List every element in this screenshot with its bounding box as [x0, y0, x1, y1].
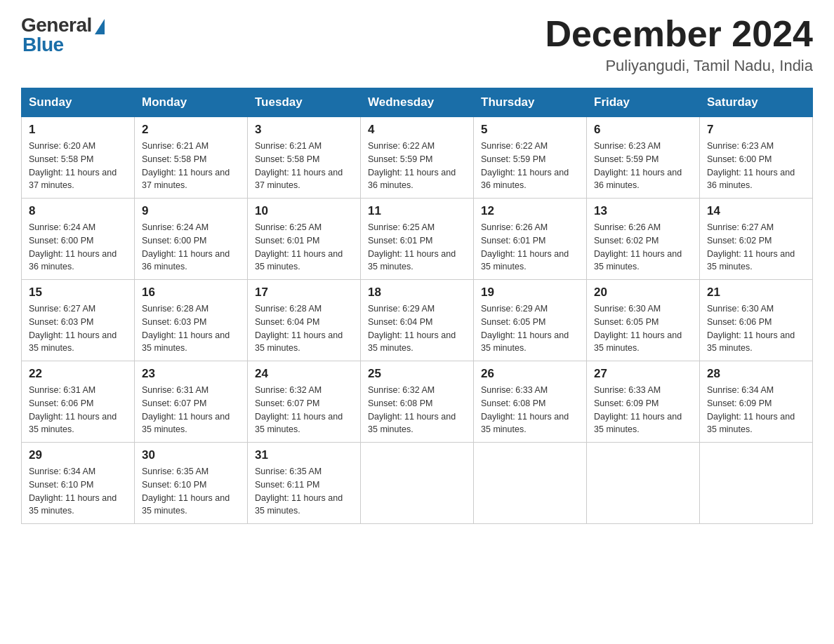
day-number: 10 [255, 204, 353, 218]
calendar-cell [361, 443, 474, 524]
calendar-week-3: 15 Sunrise: 6:27 AM Sunset: 6:03 PM Dayl… [22, 280, 813, 361]
calendar-cell: 21 Sunrise: 6:30 AM Sunset: 6:06 PM Dayl… [700, 280, 813, 361]
calendar-cell: 25 Sunrise: 6:32 AM Sunset: 6:08 PM Dayl… [361, 361, 474, 443]
day-info: Sunrise: 6:32 AM Sunset: 6:08 PM Dayligh… [368, 384, 466, 436]
day-number: 15 [29, 286, 127, 300]
calendar-week-2: 8 Sunrise: 6:24 AM Sunset: 6:00 PM Dayli… [22, 199, 813, 280]
weekday-header-friday: Friday [587, 88, 700, 117]
calendar-cell [587, 443, 700, 524]
day-number: 1 [29, 123, 127, 137]
weekday-header-monday: Monday [135, 88, 248, 117]
day-number: 5 [481, 123, 579, 137]
calendar-cell: 30 Sunrise: 6:35 AM Sunset: 6:10 PM Dayl… [135, 443, 248, 524]
day-info: Sunrise: 6:27 AM Sunset: 6:03 PM Dayligh… [29, 302, 127, 355]
calendar-week-4: 22 Sunrise: 6:31 AM Sunset: 6:06 PM Dayl… [22, 361, 813, 443]
day-info: Sunrise: 6:35 AM Sunset: 6:10 PM Dayligh… [142, 465, 240, 518]
calendar-cell: 15 Sunrise: 6:27 AM Sunset: 6:03 PM Dayl… [22, 280, 135, 361]
calendar-cell: 24 Sunrise: 6:32 AM Sunset: 6:07 PM Dayl… [248, 361, 361, 443]
day-info: Sunrise: 6:23 AM Sunset: 6:00 PM Dayligh… [707, 140, 805, 192]
day-number: 24 [255, 367, 353, 381]
weekday-header-thursday: Thursday [474, 88, 587, 117]
day-info: Sunrise: 6:30 AM Sunset: 6:06 PM Dayligh… [707, 302, 805, 355]
calendar-cell: 9 Sunrise: 6:24 AM Sunset: 6:00 PM Dayli… [135, 199, 248, 280]
day-number: 3 [255, 123, 353, 137]
day-info: Sunrise: 6:20 AM Sunset: 5:58 PM Dayligh… [29, 140, 127, 192]
calendar-cell: 22 Sunrise: 6:31 AM Sunset: 6:06 PM Dayl… [22, 361, 135, 443]
calendar-cell: 26 Sunrise: 6:33 AM Sunset: 6:08 PM Dayl… [474, 361, 587, 443]
calendar-cell: 29 Sunrise: 6:34 AM Sunset: 6:10 PM Dayl… [22, 443, 135, 524]
calendar-cell: 16 Sunrise: 6:28 AM Sunset: 6:03 PM Dayl… [135, 280, 248, 361]
day-number: 21 [707, 286, 805, 300]
location: Puliyangudi, Tamil Nadu, India [545, 57, 813, 75]
day-info: Sunrise: 6:33 AM Sunset: 6:08 PM Dayligh… [481, 384, 579, 436]
day-number: 29 [29, 448, 127, 462]
calendar-cell: 4 Sunrise: 6:22 AM Sunset: 5:59 PM Dayli… [361, 117, 474, 199]
day-info: Sunrise: 6:26 AM Sunset: 6:01 PM Dayligh… [481, 221, 579, 274]
calendar-cell: 1 Sunrise: 6:20 AM Sunset: 5:58 PM Dayli… [22, 117, 135, 199]
logo-triangle-icon [95, 19, 105, 34]
day-info: Sunrise: 6:33 AM Sunset: 6:09 PM Dayligh… [594, 384, 692, 436]
calendar-cell: 18 Sunrise: 6:29 AM Sunset: 6:04 PM Dayl… [361, 280, 474, 361]
calendar-cell [700, 443, 813, 524]
weekday-header-wednesday: Wednesday [361, 88, 474, 117]
day-number: 8 [29, 204, 127, 218]
day-number: 12 [481, 204, 579, 218]
day-info: Sunrise: 6:21 AM Sunset: 5:58 PM Dayligh… [142, 140, 240, 192]
day-info: Sunrise: 6:22 AM Sunset: 5:59 PM Dayligh… [368, 140, 466, 192]
day-number: 19 [481, 286, 579, 300]
calendar-cell: 23 Sunrise: 6:31 AM Sunset: 6:07 PM Dayl… [135, 361, 248, 443]
day-info: Sunrise: 6:28 AM Sunset: 6:03 PM Dayligh… [142, 302, 240, 355]
day-info: Sunrise: 6:24 AM Sunset: 6:00 PM Dayligh… [142, 221, 240, 274]
day-info: Sunrise: 6:35 AM Sunset: 6:11 PM Dayligh… [255, 465, 353, 518]
day-info: Sunrise: 6:22 AM Sunset: 5:59 PM Dayligh… [481, 140, 579, 192]
day-info: Sunrise: 6:25 AM Sunset: 6:01 PM Dayligh… [368, 221, 466, 274]
day-info: Sunrise: 6:34 AM Sunset: 6:09 PM Dayligh… [707, 384, 805, 436]
calendar-cell: 28 Sunrise: 6:34 AM Sunset: 6:09 PM Dayl… [700, 361, 813, 443]
day-number: 4 [368, 123, 466, 137]
day-info: Sunrise: 6:23 AM Sunset: 5:59 PM Dayligh… [594, 140, 692, 192]
calendar-cell: 27 Sunrise: 6:33 AM Sunset: 6:09 PM Dayl… [587, 361, 700, 443]
logo-blue-text: Blue [21, 34, 64, 56]
logo: General Blue [21, 14, 105, 56]
month-title: December 2024 [545, 14, 813, 54]
day-number: 2 [142, 123, 240, 137]
day-info: Sunrise: 6:34 AM Sunset: 6:10 PM Dayligh… [29, 465, 127, 518]
day-info: Sunrise: 6:31 AM Sunset: 6:07 PM Dayligh… [142, 384, 240, 436]
calendar-table: SundayMondayTuesdayWednesdayThursdayFrid… [21, 88, 813, 524]
calendar-cell: 12 Sunrise: 6:26 AM Sunset: 6:01 PM Dayl… [474, 199, 587, 280]
day-number: 13 [594, 204, 692, 218]
day-info: Sunrise: 6:26 AM Sunset: 6:02 PM Dayligh… [594, 221, 692, 274]
day-number: 25 [368, 367, 466, 381]
calendar-cell: 8 Sunrise: 6:24 AM Sunset: 6:00 PM Dayli… [22, 199, 135, 280]
calendar-cell: 11 Sunrise: 6:25 AM Sunset: 6:01 PM Dayl… [361, 199, 474, 280]
day-info: Sunrise: 6:30 AM Sunset: 6:05 PM Dayligh… [594, 302, 692, 355]
day-info: Sunrise: 6:28 AM Sunset: 6:04 PM Dayligh… [255, 302, 353, 355]
day-number: 7 [707, 123, 805, 137]
day-number: 16 [142, 286, 240, 300]
day-info: Sunrise: 6:29 AM Sunset: 6:05 PM Dayligh… [481, 302, 579, 355]
calendar-cell: 19 Sunrise: 6:29 AM Sunset: 6:05 PM Dayl… [474, 280, 587, 361]
calendar-cell: 3 Sunrise: 6:21 AM Sunset: 5:58 PM Dayli… [248, 117, 361, 199]
weekday-header-saturday: Saturday [700, 88, 813, 117]
day-number: 20 [594, 286, 692, 300]
day-number: 27 [594, 367, 692, 381]
day-number: 9 [142, 204, 240, 218]
day-number: 28 [707, 367, 805, 381]
calendar-cell [474, 443, 587, 524]
day-info: Sunrise: 6:24 AM Sunset: 6:00 PM Dayligh… [29, 221, 127, 274]
calendar-cell: 2 Sunrise: 6:21 AM Sunset: 5:58 PM Dayli… [135, 117, 248, 199]
day-number: 22 [29, 367, 127, 381]
calendar-cell: 5 Sunrise: 6:22 AM Sunset: 5:59 PM Dayli… [474, 117, 587, 199]
day-number: 6 [594, 123, 692, 137]
day-info: Sunrise: 6:27 AM Sunset: 6:02 PM Dayligh… [707, 221, 805, 274]
calendar-cell: 17 Sunrise: 6:28 AM Sunset: 6:04 PM Dayl… [248, 280, 361, 361]
day-info: Sunrise: 6:29 AM Sunset: 6:04 PM Dayligh… [368, 302, 466, 355]
calendar-cell: 31 Sunrise: 6:35 AM Sunset: 6:11 PM Dayl… [248, 443, 361, 524]
weekday-header-sunday: Sunday [22, 88, 135, 117]
page-header: General Blue December 2024 Puliyangudi, … [21, 14, 813, 75]
calendar-cell: 10 Sunrise: 6:25 AM Sunset: 6:01 PM Dayl… [248, 199, 361, 280]
day-number: 18 [368, 286, 466, 300]
calendar-cell: 13 Sunrise: 6:26 AM Sunset: 6:02 PM Dayl… [587, 199, 700, 280]
weekday-header-row: SundayMondayTuesdayWednesdayThursdayFrid… [22, 88, 813, 117]
day-info: Sunrise: 6:25 AM Sunset: 6:01 PM Dayligh… [255, 221, 353, 274]
